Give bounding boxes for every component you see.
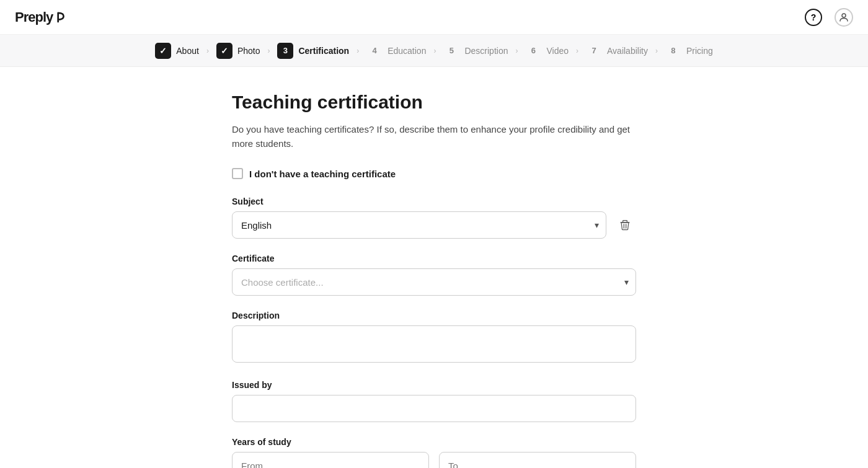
issued-by-label: Issued by — [232, 380, 636, 390]
svg-point-0 — [842, 14, 846, 17]
years-group: Years of study — [232, 437, 636, 468]
subject-label: Subject — [232, 196, 636, 206]
step-badge-pricing: 8 — [665, 43, 681, 59]
step-number-education: 4 — [373, 46, 377, 55]
year-from-input[interactable] — [232, 452, 429, 468]
description-input[interactable] — [232, 325, 636, 363]
nav-step-about[interactable]: ✓ About — [149, 43, 205, 59]
step-label-pricing: Pricing — [686, 46, 713, 56]
nav-step-education[interactable]: 4 Education — [360, 43, 432, 59]
step-label-certification: Certification — [298, 46, 349, 56]
user-avatar[interactable] — [835, 8, 853, 27]
certificate-select[interactable]: Choose certificate... TEFL TESOL CELTA D… — [232, 268, 636, 296]
issued-by-input[interactable] — [232, 395, 636, 422]
step-number-availability: 7 — [591, 46, 596, 55]
years-row — [232, 452, 636, 468]
chevron-icon-5: › — [515, 46, 518, 55]
step-badge-certification: 3 — [277, 43, 293, 59]
nav-step-description[interactable]: 5 Description — [437, 43, 514, 59]
description-label: Description — [232, 311, 636, 320]
header-icons: ? — [805, 8, 853, 27]
step-label-availability: Availability — [607, 46, 648, 56]
description-group: Description — [232, 311, 636, 365]
no-cert-label[interactable]: I don't have a teaching certificate — [249, 169, 396, 179]
issued-by-group: Issued by — [232, 380, 636, 422]
chevron-icon-2: › — [267, 46, 270, 55]
step-badge-description: 5 — [443, 43, 459, 59]
step-number-video: 6 — [531, 46, 536, 55]
subject-group: Subject English Spanish French German Ma… — [232, 196, 636, 239]
preply-p-icon — [56, 11, 66, 24]
step-badge-photo: ✓ — [216, 43, 232, 59]
step-number-description: 5 — [450, 46, 454, 55]
step-label-about: About — [176, 46, 199, 56]
svg-rect-1 — [621, 222, 630, 223]
logo[interactable]: Preply — [15, 9, 66, 25]
step-badge-education: 4 — [366, 43, 383, 59]
progress-nav: ✓ About › ✓ Photo › 3 Certification › 4 … — [0, 35, 868, 67]
main-content: Teaching certification Do you have teach… — [217, 67, 651, 468]
nav-step-video[interactable]: 6 Video — [519, 43, 575, 59]
step-number-pricing: 8 — [671, 46, 675, 55]
years-label: Years of study — [232, 437, 636, 447]
no-cert-checkbox[interactable] — [232, 168, 243, 179]
step-badge-about: ✓ — [155, 43, 171, 59]
step-label-description: Description — [464, 46, 508, 56]
user-silhouette-icon — [838, 12, 849, 23]
help-button[interactable]: ? — [805, 9, 822, 26]
step-label-video: Video — [546, 46, 569, 56]
nav-step-pricing[interactable]: 8 Pricing — [659, 43, 719, 59]
chevron-icon-6: › — [576, 46, 578, 55]
chevron-icon-4: › — [433, 46, 436, 55]
nav-step-availability[interactable]: 7 Availability — [580, 43, 654, 59]
step-number-certification: 3 — [283, 46, 288, 55]
chevron-icon-7: › — [655, 46, 658, 55]
subject-select[interactable]: English Spanish French German Math Scien… — [232, 211, 606, 239]
certificate-group: Certificate Choose certificate... TEFL T… — [232, 254, 636, 296]
step-badge-availability: 7 — [586, 43, 602, 59]
step-label-education: Education — [388, 46, 426, 56]
subject-select-wrapper: English Spanish French German Math Scien… — [232, 211, 606, 239]
page-description: Do you have teaching certificates? If so… — [232, 123, 636, 151]
chevron-icon-3: › — [356, 46, 359, 55]
chevron-icon-1: › — [206, 46, 209, 55]
step-badge-video: 6 — [525, 43, 541, 59]
certificate-label: Certificate — [232, 254, 636, 263]
no-cert-row[interactable]: I don't have a teaching certificate — [232, 168, 636, 179]
page-title: Teaching certification — [232, 92, 636, 113]
nav-step-certification[interactable]: 3 Certification — [271, 43, 355, 59]
subject-row: English Spanish French German Math Scien… — [232, 211, 636, 239]
certificate-select-wrapper: Choose certificate... TEFL TESOL CELTA D… — [232, 268, 636, 296]
nav-step-photo[interactable]: ✓ Photo — [210, 43, 267, 59]
delete-subject-button[interactable] — [614, 214, 636, 236]
step-label-photo: Photo — [237, 46, 260, 56]
header: Preply ? — [0, 0, 868, 35]
year-to-input[interactable] — [439, 452, 636, 468]
trash-icon — [619, 218, 631, 232]
